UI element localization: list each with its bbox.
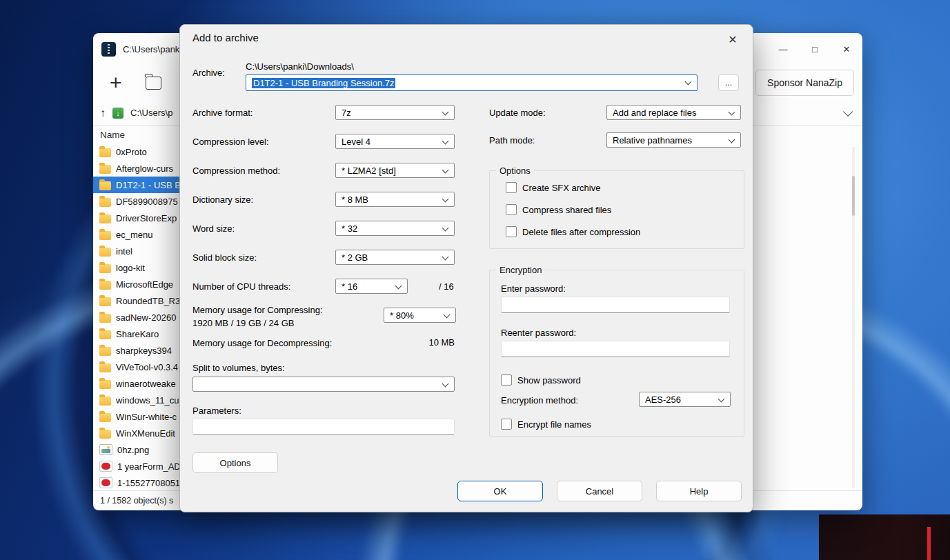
memory-decompressing-value: 10 MB <box>387 337 455 348</box>
close-button[interactable]: ✕ <box>831 33 862 65</box>
checkbox-delete-files-after-compression[interactable]: Delete files after compression <box>506 226 640 238</box>
folder-icon <box>99 397 111 406</box>
folder-icon <box>99 314 111 323</box>
item-label: windows_11_cu <box>116 395 179 406</box>
checkbox-label: Delete files after compression <box>522 227 640 237</box>
item-label: 0xProto <box>116 147 147 157</box>
path-mode-select[interactable]: Relative pathnames <box>606 132 741 148</box>
options-group-title: Options <box>496 166 534 176</box>
compression-method-label: Compression method: <box>192 165 280 177</box>
update-mode-select[interactable]: Add and replace files <box>606 105 741 120</box>
red-accent-bar <box>927 527 931 560</box>
dialog-title: Add to archive <box>192 32 259 43</box>
solid-block-size-label: Solid block size: <box>192 252 257 263</box>
cpu-threads-value: * 16 <box>342 281 357 292</box>
checkbox-label: Encrypt file names <box>517 419 591 430</box>
checkbox-label: Create SFX archive <box>522 183 600 193</box>
folder-icon <box>99 231 111 240</box>
memory-compressing-label: Memory usage for Compressing: <box>192 304 323 316</box>
reenter-password-input[interactable] <box>501 341 730 357</box>
item-label: logo-kit <box>116 263 145 273</box>
checkbox-compress-shared-files[interactable]: Compress shared files <box>506 203 611 216</box>
solid-block-size-value: * 2 GB <box>342 252 368 263</box>
item-label: WinXMenuEdit <box>116 428 175 439</box>
folder-icon <box>99 198 111 207</box>
add-to-archive-dialog: Add to archive ✕ Archive: C:\Users\panki… <box>179 24 753 512</box>
maximize-button[interactable]: □ <box>799 33 831 65</box>
sponsor-button[interactable]: Sponsor NanaZip <box>755 70 854 96</box>
browse-button[interactable]: ... <box>718 74 739 91</box>
item-label: ShareKaro <box>116 329 159 339</box>
scrollbar-thumb[interactable] <box>852 176 855 216</box>
item-label: WinSur-white-c <box>116 412 177 422</box>
item-label: RoundedTB_R3 <box>116 296 180 306</box>
checkbox-box <box>506 204 517 215</box>
item-label: 1-15527708051 <box>117 478 180 488</box>
folder-icon <box>99 380 111 389</box>
folder-icon <box>99 181 111 190</box>
item-label: intel <box>116 246 132 257</box>
path-mode-value: Relative pathnames <box>613 135 692 146</box>
item-label: D1T2-1 - USB B <box>116 180 181 190</box>
folder-icon <box>99 430 111 439</box>
compression-method-value: * LZMA2 [std] <box>342 166 396 176</box>
vertical-scrollbar[interactable] <box>852 147 855 488</box>
column-header-name[interactable]: Name <box>93 126 125 143</box>
add-button[interactable]: + <box>110 72 122 93</box>
checkbox-label: Show password <box>517 375 581 386</box>
word-size-value: * 32 <box>342 223 357 234</box>
minimize-button[interactable]: — <box>767 33 799 65</box>
enter-password-input[interactable] <box>501 297 730 313</box>
parameters-input[interactable] <box>192 419 455 435</box>
encryption-method-select[interactable]: AES-256 <box>639 392 731 407</box>
cpu-threads-max: / 16 <box>439 281 454 292</box>
solid-block-size-select[interactable]: * 2 GB <box>335 250 455 265</box>
desktop-wallpaper: C:\Users\pank — □ ✕ + Sponsor NanaZip ↑ … <box>0 0 950 560</box>
memory-compressing-detail: 1920 MB / 19 GB / 24 GB <box>192 317 294 329</box>
folder-icon <box>99 347 111 356</box>
folder-icon <box>99 264 111 273</box>
window-controls: — □ ✕ <box>767 33 862 65</box>
reenter-password-label: Reenter password: <box>501 327 576 339</box>
split-volumes-combobox[interactable] <box>192 377 455 392</box>
archive-format-select[interactable]: 7z <box>335 105 455 120</box>
dialog-close-icon[interactable]: ✕ <box>724 30 742 48</box>
encryption-method-label: Encryption method: <box>501 394 578 406</box>
up-button[interactable]: ↑ <box>100 107 106 119</box>
cancel-button[interactable]: Cancel <box>557 481 642 501</box>
window-title: C:\Users\pank <box>123 44 179 54</box>
options-button[interactable]: Options <box>192 452 278 473</box>
ok-button[interactable]: OK <box>457 481 543 501</box>
folder-icon <box>99 248 111 257</box>
update-mode-label: Update mode: <box>489 107 546 119</box>
checkbox-box <box>501 374 512 386</box>
dictionary-size-select[interactable]: * 8 MB <box>335 192 455 207</box>
cpu-threads-select[interactable]: * 16 <box>335 279 408 294</box>
memory-compressing-select[interactable]: * 80% <box>384 308 456 323</box>
word-size-select[interactable]: * 32 <box>335 221 455 236</box>
folder-icon <box>99 297 111 306</box>
checkbox-create-sfx-archive[interactable]: Create SFX archive <box>506 181 600 194</box>
image-icon <box>99 444 112 455</box>
checkbox-encrypt-file-names[interactable]: Encrypt file names <box>501 418 591 430</box>
archive-name-combobox[interactable]: D1T2-1 - USB Branding Session.7z <box>246 74 697 91</box>
address-dropdown-icon[interactable] <box>843 106 853 116</box>
cpu-threads-label: Number of CPU threads: <box>192 281 290 292</box>
enter-password-label: Enter password: <box>501 283 566 294</box>
compression-level-select[interactable]: Level 4 <box>335 134 455 149</box>
help-button[interactable]: Help <box>656 481 742 501</box>
folder-icon <box>99 148 111 157</box>
corner-dark-overlay <box>819 514 950 560</box>
checkbox-show-password[interactable]: Show password <box>501 374 581 386</box>
address-path[interactable]: C:\Users\p <box>130 108 172 118</box>
item-label: DriverStoreExp <box>116 213 177 223</box>
compression-method-select[interactable]: * LZMA2 [std] <box>335 163 455 178</box>
extract-icon[interactable] <box>146 77 161 90</box>
address-folder-icon: ↓ <box>112 108 123 119</box>
pdf-icon <box>99 477 112 488</box>
folder-icon <box>99 413 111 422</box>
checkbox-box <box>506 182 517 193</box>
encryption-method-value: AES-256 <box>645 394 681 405</box>
compression-level-value: Level 4 <box>342 137 370 147</box>
item-label: MicrosoftEdge <box>116 279 173 290</box>
